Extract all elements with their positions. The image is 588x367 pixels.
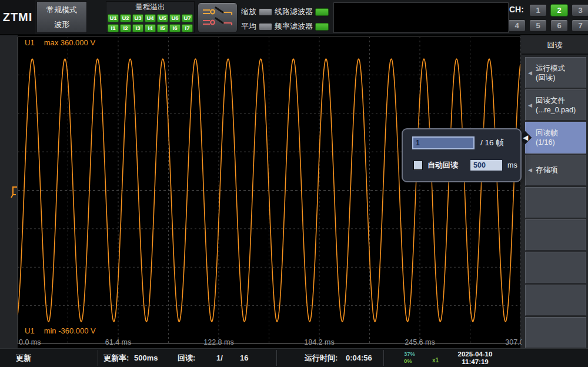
message-display xyxy=(333,2,509,33)
mode-display[interactable]: 常规模式 波形 xyxy=(36,1,87,33)
sidebar-item-empty-8[interactable] xyxy=(525,317,586,348)
sidebar-item-label: 回读帧 xyxy=(536,128,586,138)
filter-row-2: 平均 频率滤波器 xyxy=(241,21,329,32)
left-arrow-icon: ◀ xyxy=(528,68,532,78)
overflow-badge-u1: U1 xyxy=(108,14,119,22)
channel-panel: CH: 123 4567 xyxy=(508,0,588,35)
update-rate-value: 500ms xyxy=(134,349,158,367)
line-filter-indicator xyxy=(315,8,329,16)
update-status: 更新 xyxy=(16,349,31,367)
range-overflow-title: 量程溢出 xyxy=(106,2,194,12)
datetime-display: 2025-04-10 11:47:19 xyxy=(453,351,497,366)
sidebar-items: ◀运行模式(回读)◀回读文件(...re_0.pad)◀回读帧(1/16)◀存储… xyxy=(522,57,588,348)
sidebar-item-sublabel: (回读) xyxy=(536,73,586,82)
channel-label: CH: xyxy=(509,5,524,14)
overflow-badge-u2: U2 xyxy=(120,14,131,22)
channel-button-6[interactable]: 6 xyxy=(550,19,568,32)
divider xyxy=(98,350,98,366)
storage-percent-top: 37% xyxy=(404,351,415,358)
channel-button-7[interactable]: 7 xyxy=(572,19,588,32)
overflow-badge-i5: I5 xyxy=(157,24,168,32)
filter-panel: 缩放 线路滤波器 平均 频率滤波器 xyxy=(241,1,332,34)
overflow-badge-i4: I4 xyxy=(145,24,156,32)
sidebar-item-sublabel: (1/16) xyxy=(536,138,586,147)
zoom-label: 缩放 xyxy=(241,6,256,17)
x-tick-label-1: 61.4 ms xyxy=(105,338,131,346)
max-value-label: U1max 360.000 V xyxy=(25,38,95,47)
channel-button-5[interactable]: 5 xyxy=(529,19,547,32)
frame-total-label: / 16 帧 xyxy=(480,136,504,149)
freq-filter-indicator xyxy=(315,23,329,31)
signal-name: U1 xyxy=(25,38,35,47)
usb-count: x1 xyxy=(432,356,439,365)
time-text: 11:47:19 xyxy=(453,358,497,366)
filter-row-1: 缩放 线路滤波器 xyxy=(241,6,329,17)
auto-readback-checkbox[interactable] xyxy=(413,161,423,170)
brand-logo: ZTMI xyxy=(0,0,35,34)
overflow-badge-i1: I1 xyxy=(108,24,119,32)
channel-row-1: 123 xyxy=(529,4,588,16)
sidebar: 回读 ◀运行模式(回读)◀回读文件(...re_0.pad)◀回读帧(1/16)… xyxy=(522,35,588,348)
divider xyxy=(276,350,277,366)
channel-button-2[interactable]: 2 xyxy=(550,4,568,16)
overflow-badge-u4: U4 xyxy=(145,14,156,22)
sidebar-item-empty-5[interactable] xyxy=(525,219,586,251)
sidebar-item-empty-6[interactable] xyxy=(525,252,586,283)
left-arrow-icon: ◀ xyxy=(528,101,532,110)
channel-button-1[interactable]: 1 xyxy=(529,4,547,16)
sidebar-item-sublabel: (...re_0.pad) xyxy=(536,105,586,115)
frame-number-input[interactable] xyxy=(412,136,475,149)
readback-label: 回读: xyxy=(178,349,195,367)
interval-input[interactable] xyxy=(470,159,503,171)
overflow-badge-u7: U7 xyxy=(182,14,193,22)
average-label: 平均 xyxy=(241,21,256,32)
line-filter-label: 线路滤波器 xyxy=(275,6,313,17)
overflow-badge-i3: I3 xyxy=(132,24,143,32)
top-bar: ZTMI 常规模式 波形 量程溢出 U1U2U3U4U5U6U7 I1I2I3I… xyxy=(0,0,588,35)
freq-filter-label: 频率滤波器 xyxy=(275,21,313,32)
sidebar-item-empty-7[interactable] xyxy=(525,285,586,316)
min-value-label: U1min -360.000 V xyxy=(25,326,96,335)
runtime-label: 运行时间: xyxy=(305,349,338,367)
interval-unit-label: ms xyxy=(507,159,517,171)
sidebar-item-empty-4[interactable] xyxy=(525,187,586,218)
runtime-value: 0:04:56 xyxy=(346,349,372,367)
signal-name: U1 xyxy=(25,326,35,335)
mode-line2: 波形 xyxy=(54,19,69,30)
update-rate-label: 更新率: xyxy=(103,349,129,367)
waveform-chart xyxy=(18,36,520,344)
zoom-indicator xyxy=(259,8,272,16)
sidebar-item-run-mode[interactable]: ◀运行模式(回读) xyxy=(525,57,586,88)
overflow-badge-u3: U3 xyxy=(132,14,143,22)
sidebar-header: 回读 xyxy=(522,35,588,55)
sidebar-item-label: 存储项 xyxy=(536,165,586,175)
storage-percent-bottom: 0% xyxy=(404,358,415,365)
sidebar-item-readback-file[interactable]: ◀回读文件(...re_0.pad) xyxy=(525,89,586,121)
status-bar: 更新 更新率: 500ms 回读: 1/ 16 运行时间: 0:04:56 37… xyxy=(0,348,588,367)
readback-frame-total: 16 xyxy=(240,349,248,367)
left-arrow-icon: ◀ xyxy=(528,165,532,175)
sidebar-item-readback-frame[interactable]: ◀回读帧(1/16) xyxy=(525,122,586,153)
overflow-badge-u6: U6 xyxy=(169,14,181,22)
sidebar-item-label: 运行模式 xyxy=(536,64,586,73)
waveform-plot[interactable]: U1max 360.000 V U1min -360.000 V 0.0 ms6… xyxy=(18,35,520,348)
x-tick-label-2: 122.8 ms xyxy=(203,338,233,346)
range-overflow-panel: 量程溢出 U1U2U3U4U5U6U7 I1I2I3I4I5I6I7 xyxy=(106,1,195,33)
overflow-badge-u5: U5 xyxy=(157,14,168,22)
x-tick-label-3: 184.2 ms xyxy=(304,338,334,346)
storage-usage: 37% 0% xyxy=(404,351,415,365)
wiring-button[interactable] xyxy=(198,2,238,33)
overflow-badge-i7: I7 xyxy=(182,24,193,32)
sidebar-item-storage-items[interactable]: ◀存储项 xyxy=(525,155,586,186)
wiring-icon xyxy=(201,5,234,29)
average-indicator xyxy=(259,23,272,31)
channel-row-2: 4567 xyxy=(508,19,588,32)
overflow-row-voltage: U1U2U3U4U5U6U7 xyxy=(106,14,194,22)
date-text: 2025-04-10 xyxy=(453,351,497,358)
channel-button-4[interactable]: 4 xyxy=(508,19,526,32)
overflow-badge-i6: I6 xyxy=(169,24,181,32)
channel-button-3[interactable]: 3 xyxy=(572,4,588,16)
overflow-row-current: I1I2I3I4I5I6I7 xyxy=(106,24,194,32)
overflow-badge-i2: I2 xyxy=(120,24,131,32)
zero-level-marker-icon xyxy=(11,186,19,199)
